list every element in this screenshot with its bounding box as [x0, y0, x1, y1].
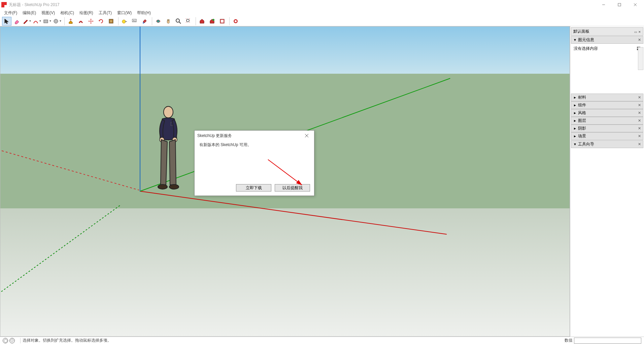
download-button[interactable]: 立即下载 — [236, 184, 271, 192]
panel-section-close-icon[interactable]: ✕ — [638, 103, 641, 107]
toolbar: ▼▼▼▼A1 — [0, 16, 644, 26]
minimize-button[interactable] — [596, 0, 611, 9]
app-icon — [1, 2, 7, 7]
offset-tool[interactable] — [76, 17, 86, 26]
default-tray: 默认面板 ▭ ✕ ▼图元信息 ✕ 没有选择内容 ►材料✕►组件✕►风格✕►图层✕… — [570, 26, 644, 337]
svg-point-27 — [169, 184, 179, 189]
panel-scrollbar[interactable] — [638, 47, 643, 70]
panel-section-close-icon[interactable]: ✕ — [638, 134, 641, 138]
svg-point-26 — [158, 184, 167, 189]
eraser-tool[interactable] — [12, 17, 22, 26]
svg-text:A1: A1 — [133, 20, 136, 22]
maximize-button[interactable] — [612, 0, 627, 9]
panel-entity-info-content — [571, 53, 643, 90]
close-button[interactable] — [628, 0, 643, 9]
pushpull-tool[interactable] — [66, 17, 75, 26]
geolocation-icon[interactable]: ◯ — [3, 338, 8, 343]
circle-tool[interactable]: ▼ — [53, 17, 62, 26]
tape-tool[interactable] — [120, 17, 129, 26]
arc-tool[interactable]: ▼ — [32, 17, 42, 26]
rotate-tool[interactable] — [96, 17, 106, 26]
panel-section-2[interactable]: ►风格✕ — [571, 109, 643, 117]
scale-tool[interactable] — [106, 17, 116, 26]
measurement-label: 数值 — [565, 338, 573, 343]
panel-section-4[interactable]: ►阴影✕ — [571, 125, 643, 132]
ext-warehouse-tool[interactable] — [207, 17, 217, 26]
credits-icon[interactable]: ⓘ — [9, 338, 15, 343]
svg-point-16 — [187, 19, 189, 22]
sky-background — [0, 27, 570, 74]
panel-section-3[interactable]: ►图层✕ — [571, 117, 643, 125]
menu-file[interactable]: 文件(F) — [1, 9, 20, 16]
window-title: 无标题 - SketchUp Pro 2017 — [9, 2, 596, 8]
panel-section-close-icon[interactable]: ✕ — [638, 126, 641, 131]
status-bar: ◯ ⓘ 选择对象。切换到扩充选择。拖动鼠标选择多项。 数值 — [0, 337, 644, 344]
svg-point-17 — [212, 19, 214, 21]
panel-section-label: 图层 — [578, 118, 586, 123]
update-dialog: SketchUp 更新服务 有新版本的 SketchUp 可用。 立即下载 以后… — [194, 130, 314, 196]
panel-section-1[interactable]: ►组件✕ — [571, 101, 643, 109]
ground-foreground — [0, 208, 570, 336]
remind-later-button[interactable]: 以后提醒我 — [275, 184, 310, 192]
menu-edit[interactable]: 编辑(E) — [20, 9, 39, 16]
panel-section-5[interactable]: ►场景✕ — [571, 132, 643, 140]
panel-section-close-icon[interactable]: ✕ — [638, 95, 641, 100]
text-tool[interactable]: A1 — [130, 17, 139, 26]
panel-entity-info-close-icon[interactable]: ✕ — [638, 38, 641, 42]
extension-tool[interactable] — [231, 17, 240, 26]
menu-window[interactable]: 窗口(W) — [114, 9, 134, 16]
select-tool[interactable] — [2, 17, 11, 26]
panel-instructor-title: 工具向导 — [578, 142, 594, 146]
tray-header[interactable]: 默认面板 ▭ ✕ — [571, 27, 643, 36]
entity-info-text: 没有选择内容 — [574, 46, 598, 51]
dialog-message: 有新版本的 SketchUp 可用。 — [195, 141, 314, 149]
axis-blue — [140, 27, 140, 192]
panel-entity-info-header[interactable]: ▼图元信息 ✕ — [571, 36, 643, 44]
panel-instructor-close-icon[interactable]: ✕ — [638, 142, 641, 146]
measurement-input[interactable] — [574, 338, 641, 344]
warehouse-tool[interactable] — [197, 17, 207, 26]
svg-rect-1 — [618, 3, 621, 6]
panel-section-close-icon[interactable]: ✕ — [638, 111, 641, 115]
menu-draw[interactable]: 绘图(R) — [77, 9, 96, 16]
panel-section-label: 组件 — [578, 103, 586, 107]
svg-rect-7 — [110, 20, 112, 22]
zoom-extents-tool[interactable] — [184, 17, 193, 26]
panel-entity-info-title: 图元信息 — [578, 37, 594, 42]
tray-close-icon[interactable]: ✕ — [638, 30, 641, 34]
rectangle-tool[interactable]: ▼ — [42, 17, 52, 26]
menu-help[interactable]: 帮助(H) — [134, 9, 154, 16]
svg-line-15 — [179, 22, 181, 24]
svg-point-14 — [176, 19, 179, 22]
paint-tool[interactable] — [140, 17, 149, 26]
svg-point-22 — [164, 106, 173, 118]
scale-figure — [150, 105, 188, 192]
menu-view[interactable]: 视图(V) — [39, 9, 58, 16]
panel-section-label: 阴影 — [578, 126, 586, 131]
panel-section-label: 风格 — [578, 110, 586, 115]
line-tool[interactable]: ▼ — [22, 17, 32, 26]
menu-tools[interactable]: 工具(T) — [96, 9, 114, 16]
pan-tool[interactable] — [164, 17, 173, 26]
tray-title: 默认面板 — [573, 29, 589, 34]
panel-section-close-icon[interactable]: ✕ — [638, 118, 641, 123]
layout-tool[interactable] — [217, 17, 227, 26]
panel-entity-info-body: 没有选择内容 — [571, 44, 643, 53]
panel-section-0[interactable]: ►材料✕ — [571, 94, 643, 101]
zoom-tool[interactable] — [174, 17, 183, 26]
panel-section-label: 材料 — [578, 95, 586, 100]
dialog-close-button[interactable] — [302, 132, 311, 139]
svg-rect-4 — [44, 20, 48, 23]
panel-instructor-header[interactable]: ▼工具向导 ✕ — [571, 140, 643, 148]
svg-point-21 — [235, 20, 237, 22]
svg-point-12 — [143, 22, 144, 24]
status-hint: 选择对象。切换到扩充选择。拖动鼠标选择多项。 — [23, 338, 111, 343]
orbit-tool[interactable] — [154, 17, 163, 26]
viewport[interactable]: SketchUp 更新服务 有新版本的 SketchUp 可用。 立即下载 以后… — [0, 26, 570, 337]
move-tool[interactable] — [86, 17, 96, 26]
menu-camera[interactable]: 相机(C) — [58, 9, 77, 16]
panel-section-label: 场景 — [578, 134, 586, 138]
svg-rect-19 — [221, 20, 224, 23]
svg-rect-9 — [125, 21, 127, 22]
tray-pin-icon[interactable]: ▭ — [634, 30, 637, 34]
